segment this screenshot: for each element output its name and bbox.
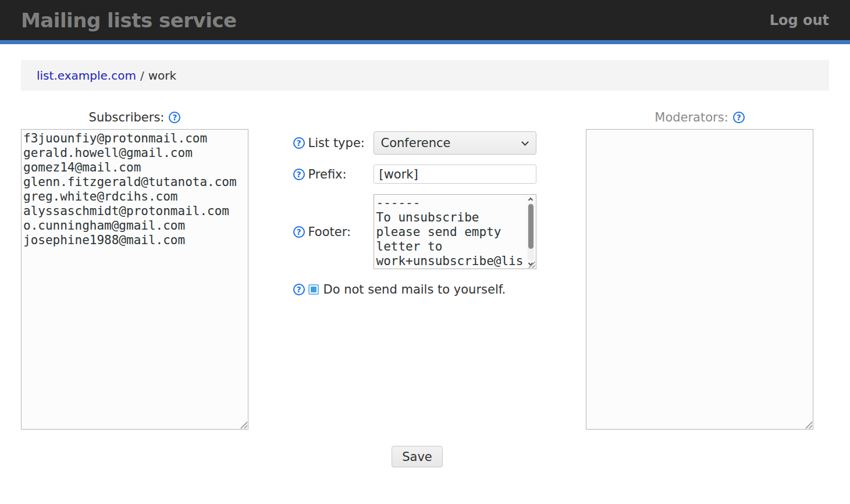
breadcrumb-current-page: work xyxy=(148,69,176,83)
save-button[interactable]: Save xyxy=(392,446,443,467)
list-settings-panel: ? List type: Conference ? Prefix: ? Foot… xyxy=(248,110,586,306)
moderators-label: Moderators: ? xyxy=(586,110,813,124)
no-self-mail-label: Do not send mails to yourself. xyxy=(323,283,506,296)
prefix-input[interactable] xyxy=(374,165,536,184)
footer-scrollbar[interactable] xyxy=(526,195,536,269)
scroll-up-icon[interactable] xyxy=(526,195,536,203)
list-type-help-icon[interactable]: ? xyxy=(293,137,305,149)
scrollbar-track[interactable] xyxy=(528,203,534,260)
footer-textarea[interactable]: ------ To unsubscribe please send empty … xyxy=(374,194,536,269)
subscribers-panel: Subscribers: ? f3juounfiy@protonmail.com… xyxy=(21,110,248,430)
breadcrumb-separator: / xyxy=(140,69,144,83)
breadcrumb: list.example.com / work xyxy=(21,60,829,91)
list-type-select[interactable]: Conference xyxy=(374,131,536,155)
prefix-help-icon[interactable]: ? xyxy=(293,169,305,180)
list-type-label: List type: xyxy=(308,136,374,150)
subscribers-textarea[interactable]: f3juounfiy@protonmail.com gerald.howell@… xyxy=(21,129,248,430)
prefix-label: Prefix: xyxy=(308,167,374,181)
logout-link[interactable]: Log out xyxy=(770,12,829,28)
checkbox-checked-icon xyxy=(311,287,316,292)
moderators-help-icon[interactable]: ? xyxy=(733,112,745,123)
no-self-mail-checkbox[interactable] xyxy=(308,284,319,295)
no-self-mail-row: ? Do not send mails to yourself. xyxy=(293,283,542,296)
app-header: Mailing lists service Log out xyxy=(0,0,850,44)
breadcrumb-domain-link[interactable]: list.example.com xyxy=(37,69,136,83)
main-content: Subscribers: ? f3juounfiy@protonmail.com… xyxy=(0,110,850,430)
subscribers-label: Subscribers: ? xyxy=(21,110,248,124)
moderators-textarea[interactable] xyxy=(586,129,813,430)
subscribers-help-icon[interactable]: ? xyxy=(169,112,180,123)
footer-row: ? Footer: ------ To unsubscribe please s… xyxy=(293,194,542,269)
list-type-row: ? List type: Conference xyxy=(293,131,542,155)
prefix-row: ? Prefix: xyxy=(293,165,542,184)
scrollbar-thumb[interactable] xyxy=(528,204,534,249)
footer-label: Footer: xyxy=(308,225,374,239)
footer-help-icon[interactable]: ? xyxy=(293,226,305,238)
no-self-mail-help-icon[interactable]: ? xyxy=(293,284,305,295)
save-row: Save xyxy=(0,446,850,467)
moderators-panel: Moderators: ? xyxy=(586,110,813,430)
app-title: Mailing lists service xyxy=(21,9,237,32)
